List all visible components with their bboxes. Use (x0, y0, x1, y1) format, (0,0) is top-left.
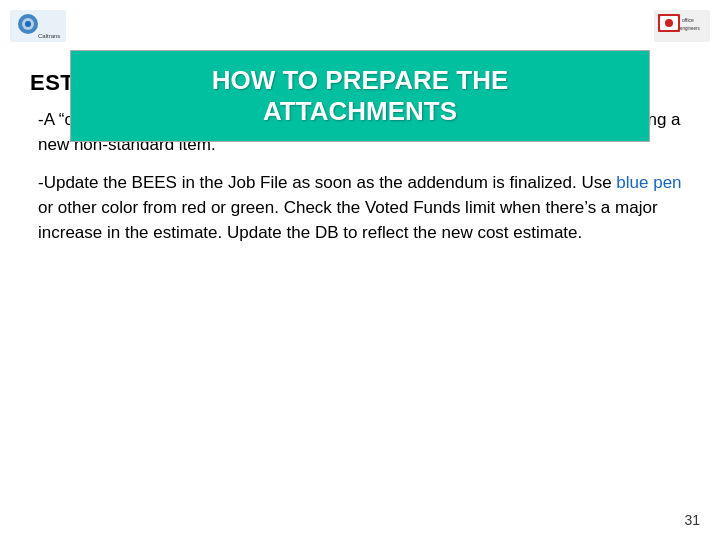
page-number: 31 (684, 512, 700, 528)
caltrans-logo: Caltrans (8, 8, 68, 44)
bullet2-part1: -Update the BEES in the Job File as soon… (38, 173, 616, 192)
bullet-item-2: -Update the BEES in the Job File as soon… (30, 171, 690, 245)
bullet2-blue: blue pen (616, 173, 681, 192)
svg-text:office: office (682, 17, 694, 23)
svg-text:engineers: engineers (680, 26, 701, 31)
office-engineers-logo: office engineers (652, 8, 712, 44)
title-box: HOW TO PREPARE THE ATTACHMENTS (70, 50, 650, 142)
title-line2: ATTACHMENTS (91, 96, 629, 127)
svg-point-3 (25, 21, 31, 27)
svg-point-8 (665, 19, 673, 27)
svg-text:Caltrans: Caltrans (38, 33, 60, 39)
title-line1: HOW TO PREPARE THE (91, 65, 629, 96)
bullet2-part2: or other color from red or green. Check … (38, 198, 658, 242)
